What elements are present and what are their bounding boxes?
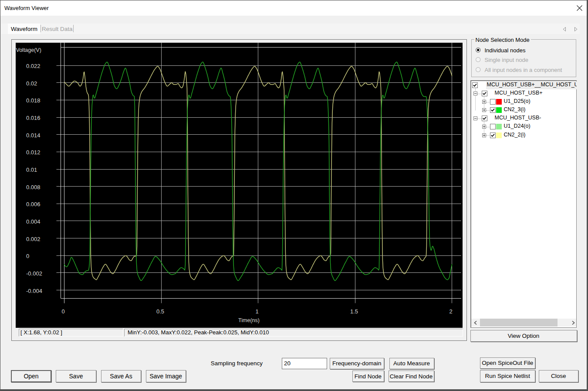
svg-text:0: 0	[61, 308, 64, 315]
svg-text:1.5: 1.5	[350, 308, 358, 315]
svg-text:0.022: 0.022	[26, 63, 41, 69]
svg-text:0.002: 0.002	[26, 236, 41, 242]
svg-text:0.01: 0.01	[26, 167, 37, 173]
svg-text:Time(ns): Time(ns)	[238, 317, 260, 323]
svg-text:0.014: 0.014	[26, 132, 41, 139]
svg-text:0.016: 0.016	[26, 115, 41, 121]
svg-text:0: 0	[26, 253, 29, 259]
svg-text:Voltage(V): Voltage(V)	[16, 47, 41, 53]
svg-text:2: 2	[449, 308, 452, 315]
svg-text:-0.002: -0.002	[26, 270, 42, 277]
svg-text:0.012: 0.012	[26, 149, 41, 156]
svg-text:0.5: 0.5	[156, 308, 164, 315]
svg-text:1: 1	[255, 308, 258, 315]
svg-text:0.02: 0.02	[26, 80, 37, 87]
svg-text:-0.004: -0.004	[26, 288, 42, 294]
svg-text:0.006: 0.006	[26, 201, 41, 207]
svg-text:0.004: 0.004	[26, 218, 41, 225]
svg-text:0.008: 0.008	[26, 184, 41, 190]
svg-text:0.018: 0.018	[26, 97, 41, 104]
